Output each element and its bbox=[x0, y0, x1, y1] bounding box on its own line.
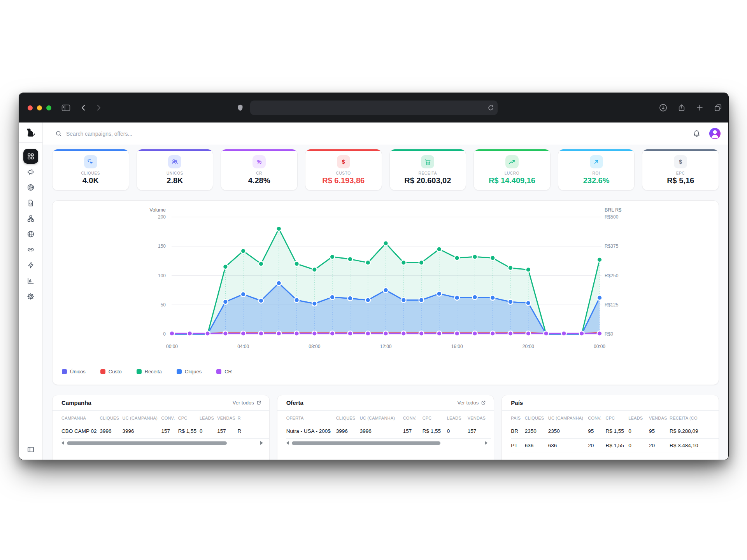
legend-item-unicos[interactable]: Únicos bbox=[62, 369, 86, 374]
chart-point-CR bbox=[490, 331, 495, 336]
column-header: VENDAS bbox=[649, 411, 670, 424]
legend-item-cr[interactable]: CR bbox=[216, 369, 232, 374]
chart-point-Receita bbox=[365, 260, 370, 265]
chart-point-Receita bbox=[294, 261, 299, 266]
chart-point-Cliques bbox=[526, 301, 531, 306]
legend-item-receita[interactable]: Receita bbox=[137, 369, 162, 374]
chart-point-Receita bbox=[241, 248, 246, 254]
scroll-left-arrow[interactable] bbox=[286, 441, 289, 445]
table-cell: 157 bbox=[161, 424, 178, 439]
campanha-table: CAMPANHACLIQUESUC (CAMPANHA)CONV.CPCLEAD… bbox=[53, 411, 269, 439]
kpi-accent-bar bbox=[221, 149, 297, 151]
tab-overview-icon[interactable] bbox=[714, 104, 722, 112]
forward-button[interactable] bbox=[95, 104, 102, 112]
legend-item-cliques[interactable]: Cliques bbox=[177, 369, 202, 374]
column-header: CAMPANHA bbox=[61, 411, 100, 424]
cart-icon bbox=[421, 155, 434, 168]
column-header: UC (CAMPANHA) bbox=[123, 411, 161, 424]
sidebar-item-campaigns[interactable] bbox=[23, 164, 38, 179]
scroll-right-arrow[interactable] bbox=[485, 441, 487, 445]
ver-todos-link[interactable]: Ver todos bbox=[233, 400, 261, 406]
sidebar-item-settings[interactable] bbox=[23, 289, 38, 304]
table-cell: 157 bbox=[217, 424, 237, 439]
chart-point-Receita bbox=[401, 260, 406, 265]
search-input[interactable] bbox=[66, 131, 230, 137]
traffic-chart-card: 200R$500150R$375100R$25050R$1250R$0Volum… bbox=[52, 200, 719, 385]
ver-todos-link[interactable]: Ver todos bbox=[457, 400, 486, 406]
chart-point-CR bbox=[561, 331, 566, 336]
table-cell: 0 bbox=[200, 424, 217, 439]
scrollbar-track[interactable] bbox=[292, 441, 482, 445]
chart-point-CR bbox=[241, 331, 246, 336]
kpi-value: 2.8K bbox=[137, 176, 213, 185]
table-row[interactable]: BR2350235095R$ 1,55095R$ 9.288,09 bbox=[511, 424, 719, 439]
sidebar-item-links[interactable] bbox=[23, 242, 38, 257]
chart-point-CR bbox=[472, 331, 477, 336]
sidebar-item-landers[interactable] bbox=[23, 196, 38, 210]
kpi-accent-bar bbox=[642, 149, 719, 151]
sidebar-item-dashboard[interactable] bbox=[23, 149, 38, 164]
downloads-icon[interactable] bbox=[659, 104, 667, 112]
sidebar-toggle-icon[interactable] bbox=[61, 104, 70, 112]
collapse-sidebar-icon[interactable] bbox=[27, 446, 35, 453]
chart-point-Cliques bbox=[383, 288, 388, 293]
scroll-left-arrow[interactable] bbox=[61, 441, 64, 445]
legend-swatch bbox=[100, 369, 105, 374]
table-row[interactable]: CBO CAMP 0239963996157R$ 1,550157R bbox=[61, 424, 269, 439]
table-row[interactable]: Nutra - USA - 200$39963996157R$ 1,550157 bbox=[286, 424, 491, 439]
reload-icon[interactable] bbox=[487, 104, 494, 111]
sidebar-item-reports[interactable] bbox=[23, 273, 38, 288]
scrollbar-thumb[interactable] bbox=[67, 441, 227, 445]
column-header: CPC bbox=[606, 411, 629, 424]
zoom-window-button[interactable] bbox=[46, 105, 51, 110]
scroll-right-arrow[interactable] bbox=[260, 441, 263, 445]
chart-point-Cliques bbox=[312, 301, 317, 306]
chart-point-Cliques bbox=[454, 295, 459, 300]
table-cell: 0 bbox=[447, 424, 468, 439]
right-axis-tick: R$125 bbox=[605, 302, 619, 308]
sidebar-item-offers[interactable] bbox=[23, 180, 38, 195]
sidebar-item-flows[interactable] bbox=[23, 211, 38, 226]
app-logo[interactable] bbox=[19, 122, 42, 143]
right-axis-tick: R$500 bbox=[605, 214, 619, 220]
kpi-label: ÚNICOS bbox=[137, 171, 213, 175]
chart-point-Receita bbox=[312, 267, 317, 272]
table-row[interactable]: PT63663620R$ 1,55020R$ 3.484,10 bbox=[511, 439, 719, 453]
sidebar-item-automation[interactable] bbox=[23, 258, 38, 273]
traffic-chart: 200R$500150R$375100R$25050R$1250R$0Volum… bbox=[53, 206, 719, 354]
kpi-accent-bar bbox=[53, 149, 129, 151]
kpi-value: R$ 14.409,16 bbox=[474, 176, 550, 185]
chart-point-Cliques bbox=[490, 295, 495, 300]
search-bar[interactable] bbox=[55, 130, 693, 137]
url-bar[interactable] bbox=[250, 101, 498, 115]
ver-todos-label: Ver todos bbox=[233, 400, 254, 406]
kpi-value: R$ 5,16 bbox=[642, 176, 719, 185]
kpi-value: R$ 20.603,02 bbox=[390, 176, 466, 185]
back-button[interactable] bbox=[80, 104, 88, 112]
new-tab-icon[interactable] bbox=[696, 104, 703, 112]
window-controls bbox=[28, 105, 51, 110]
legend-item-custo[interactable]: Custo bbox=[100, 369, 122, 374]
user-avatar[interactable] bbox=[709, 128, 721, 139]
notifications-bell-icon[interactable] bbox=[693, 130, 701, 138]
chart-point-CR bbox=[437, 331, 442, 336]
sidebar-item-domains[interactable] bbox=[23, 227, 38, 242]
sidebar bbox=[19, 122, 43, 460]
x-axis-tick: 08:00 bbox=[309, 344, 320, 349]
share-icon[interactable] bbox=[678, 104, 686, 112]
left-axis-tick: 100 bbox=[158, 273, 166, 278]
kpi-card-receita: RECEITA R$ 20.603,02 bbox=[389, 149, 466, 191]
oferta-card: Oferta Ver todos OFERTACLIQUESUC (CAMPAN… bbox=[277, 395, 494, 460]
close-window-button[interactable] bbox=[28, 105, 33, 110]
minimize-window-button[interactable] bbox=[37, 105, 42, 110]
table-cell: BR bbox=[511, 424, 524, 439]
scrollbar-track[interactable] bbox=[67, 441, 258, 445]
kpi-label: CUSTO bbox=[305, 171, 382, 175]
kpi-value: R$ 6.193,86 bbox=[305, 176, 382, 185]
chart-point-CR bbox=[526, 331, 531, 336]
browser-window: CLIQUES 4.0K ÚNICOS 2.8K bbox=[19, 93, 728, 460]
table-cell: R$ 1,55 bbox=[423, 424, 447, 439]
chart-point-Cliques bbox=[259, 298, 264, 303]
scrollbar-thumb[interactable] bbox=[292, 441, 440, 445]
privacy-shield-icon[interactable] bbox=[237, 104, 244, 112]
